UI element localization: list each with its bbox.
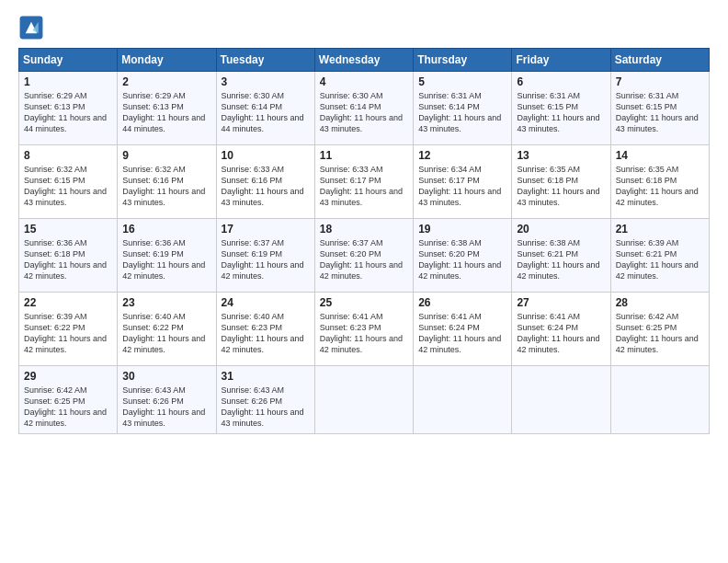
calendar-cell	[610, 366, 709, 434]
cell-info: Sunrise: 6:40 AMSunset: 6:22 PMDaylight:…	[122, 312, 205, 354]
calendar-cell: 26 Sunrise: 6:41 AMSunset: 6:24 PMDaylig…	[414, 293, 512, 366]
calendar-cell: 24 Sunrise: 6:40 AMSunset: 6:23 PMDaylig…	[216, 293, 314, 366]
calendar-cell: 22 Sunrise: 6:39 AMSunset: 6:22 PMDaylig…	[19, 293, 118, 366]
day-number: 12	[418, 149, 506, 162]
cell-info: Sunrise: 6:43 AMSunset: 6:26 PMDaylight:…	[222, 385, 304, 428]
day-number: 30	[122, 370, 210, 383]
calendar-cell: 30 Sunrise: 6:43 AMSunset: 6:26 PMDaylig…	[118, 366, 216, 434]
calendar-cell: 4 Sunrise: 6:30 AMSunset: 6:14 PMDayligh…	[314, 72, 413, 145]
cell-info: Sunrise: 6:42 AMSunset: 6:25 PMDaylight:…	[616, 312, 699, 354]
weekday-header-sunday: Sunday	[19, 49, 118, 72]
logo	[18, 15, 48, 40]
weekday-header-friday: Friday	[512, 49, 610, 72]
cell-info: Sunrise: 6:38 AMSunset: 6:21 PMDaylight:…	[517, 238, 599, 281]
cell-info: Sunrise: 6:39 AMSunset: 6:22 PMDaylight:…	[24, 312, 107, 354]
day-number: 25	[320, 296, 408, 309]
calendar-cell: 17 Sunrise: 6:37 AMSunset: 6:19 PMDaylig…	[216, 219, 314, 293]
cell-info: Sunrise: 6:32 AMSunset: 6:16 PMDaylight:…	[122, 165, 205, 207]
calendar-cell: 9 Sunrise: 6:32 AMSunset: 6:16 PMDayligh…	[118, 145, 216, 219]
cell-info: Sunrise: 6:41 AMSunset: 6:23 PMDaylight:…	[320, 312, 403, 354]
calendar-cell	[414, 366, 512, 434]
day-number: 3	[222, 75, 310, 88]
day-number: 13	[517, 149, 605, 162]
cell-info: Sunrise: 6:36 AMSunset: 6:19 PMDaylight:…	[122, 238, 205, 281]
cell-info: Sunrise: 6:35 AMSunset: 6:18 PMDaylight:…	[517, 165, 599, 207]
day-number: 10	[222, 149, 310, 162]
calendar-cell: 28 Sunrise: 6:42 AMSunset: 6:25 PMDaylig…	[610, 293, 709, 366]
day-number: 9	[122, 149, 210, 162]
cell-info: Sunrise: 6:42 AMSunset: 6:25 PMDaylight:…	[24, 385, 107, 428]
cell-info: Sunrise: 6:31 AMSunset: 6:14 PMDaylight:…	[418, 91, 501, 133]
calendar-cell: 31 Sunrise: 6:43 AMSunset: 6:26 PMDaylig…	[216, 366, 314, 434]
cell-info: Sunrise: 6:39 AMSunset: 6:21 PMDaylight:…	[616, 238, 699, 281]
calendar-cell: 12 Sunrise: 6:34 AMSunset: 6:17 PMDaylig…	[414, 145, 512, 219]
day-number: 18	[320, 223, 408, 236]
day-number: 1	[24, 75, 112, 88]
calendar: SundayMondayTuesdayWednesdayThursdayFrid…	[18, 48, 710, 434]
calendar-cell	[512, 366, 610, 434]
weekday-header-wednesday: Wednesday	[314, 49, 413, 72]
calendar-cell: 18 Sunrise: 6:37 AMSunset: 6:20 PMDaylig…	[314, 219, 413, 293]
day-number: 26	[418, 296, 506, 309]
calendar-cell: 11 Sunrise: 6:33 AMSunset: 6:17 PMDaylig…	[314, 145, 413, 219]
day-number: 31	[222, 370, 310, 383]
calendar-cell: 7 Sunrise: 6:31 AMSunset: 6:15 PMDayligh…	[610, 72, 709, 145]
calendar-week-3: 15 Sunrise: 6:36 AMSunset: 6:18 PMDaylig…	[19, 219, 710, 293]
calendar-cell: 14 Sunrise: 6:35 AMSunset: 6:18 PMDaylig…	[610, 145, 709, 219]
calendar-week-5: 29 Sunrise: 6:42 AMSunset: 6:25 PMDaylig…	[19, 366, 710, 434]
calendar-cell: 2 Sunrise: 6:29 AMSunset: 6:13 PMDayligh…	[118, 72, 216, 145]
weekday-header-tuesday: Tuesday	[216, 49, 314, 72]
day-number: 8	[24, 149, 112, 162]
cell-info: Sunrise: 6:36 AMSunset: 6:18 PMDaylight:…	[24, 238, 107, 281]
day-number: 6	[517, 75, 605, 88]
cell-info: Sunrise: 6:29 AMSunset: 6:13 PMDaylight:…	[24, 91, 107, 133]
calendar-cell: 27 Sunrise: 6:41 AMSunset: 6:24 PMDaylig…	[512, 293, 610, 366]
cell-info: Sunrise: 6:38 AMSunset: 6:20 PMDaylight:…	[418, 238, 501, 281]
calendar-cell: 21 Sunrise: 6:39 AMSunset: 6:21 PMDaylig…	[610, 219, 709, 293]
cell-info: Sunrise: 6:32 AMSunset: 6:15 PMDaylight:…	[24, 165, 107, 207]
calendar-cell: 6 Sunrise: 6:31 AMSunset: 6:15 PMDayligh…	[512, 72, 610, 145]
cell-info: Sunrise: 6:37 AMSunset: 6:19 PMDaylight:…	[222, 238, 304, 281]
cell-info: Sunrise: 6:35 AMSunset: 6:18 PMDaylight:…	[616, 165, 699, 207]
calendar-cell: 1 Sunrise: 6:29 AMSunset: 6:13 PMDayligh…	[19, 72, 118, 145]
calendar-cell: 8 Sunrise: 6:32 AMSunset: 6:15 PMDayligh…	[19, 145, 118, 219]
page: SundayMondayTuesdayWednesdayThursdayFrid…	[0, 0, 728, 563]
cell-info: Sunrise: 6:29 AMSunset: 6:13 PMDaylight:…	[122, 91, 205, 133]
cell-info: Sunrise: 6:30 AMSunset: 6:14 PMDaylight:…	[320, 91, 403, 133]
cell-info: Sunrise: 6:40 AMSunset: 6:23 PMDaylight:…	[222, 312, 304, 354]
calendar-cell: 23 Sunrise: 6:40 AMSunset: 6:22 PMDaylig…	[118, 293, 216, 366]
day-number: 22	[24, 296, 112, 309]
cell-info: Sunrise: 6:37 AMSunset: 6:20 PMDaylight:…	[320, 238, 403, 281]
day-number: 21	[616, 223, 704, 236]
day-number: 19	[418, 223, 506, 236]
calendar-cell	[314, 366, 413, 434]
cell-info: Sunrise: 6:31 AMSunset: 6:15 PMDaylight:…	[616, 91, 699, 133]
cell-info: Sunrise: 6:41 AMSunset: 6:24 PMDaylight:…	[418, 312, 501, 354]
day-number: 17	[222, 223, 310, 236]
weekday-header-monday: Monday	[118, 49, 216, 72]
calendar-cell: 10 Sunrise: 6:33 AMSunset: 6:16 PMDaylig…	[216, 145, 314, 219]
calendar-cell: 16 Sunrise: 6:36 AMSunset: 6:19 PMDaylig…	[118, 219, 216, 293]
day-number: 4	[320, 75, 408, 88]
calendar-week-1: 1 Sunrise: 6:29 AMSunset: 6:13 PMDayligh…	[19, 72, 710, 145]
calendar-week-4: 22 Sunrise: 6:39 AMSunset: 6:22 PMDaylig…	[19, 293, 710, 366]
cell-info: Sunrise: 6:41 AMSunset: 6:24 PMDaylight:…	[517, 312, 599, 354]
day-number: 20	[517, 223, 605, 236]
day-number: 24	[222, 296, 310, 309]
cell-info: Sunrise: 6:43 AMSunset: 6:26 PMDaylight:…	[122, 385, 205, 428]
day-number: 14	[616, 149, 704, 162]
day-number: 11	[320, 149, 408, 162]
cell-info: Sunrise: 6:34 AMSunset: 6:17 PMDaylight:…	[418, 165, 501, 207]
day-number: 28	[616, 296, 704, 309]
day-number: 2	[122, 75, 210, 88]
header	[18, 15, 710, 40]
day-number: 5	[418, 75, 506, 88]
day-number: 16	[122, 223, 210, 236]
logo-icon	[18, 15, 44, 40]
day-number: 23	[122, 296, 210, 309]
calendar-cell: 19 Sunrise: 6:38 AMSunset: 6:20 PMDaylig…	[414, 219, 512, 293]
calendar-cell: 20 Sunrise: 6:38 AMSunset: 6:21 PMDaylig…	[512, 219, 610, 293]
cell-info: Sunrise: 6:33 AMSunset: 6:16 PMDaylight:…	[222, 165, 304, 207]
cell-info: Sunrise: 6:31 AMSunset: 6:15 PMDaylight:…	[517, 91, 599, 133]
weekday-header-thursday: Thursday	[414, 49, 512, 72]
